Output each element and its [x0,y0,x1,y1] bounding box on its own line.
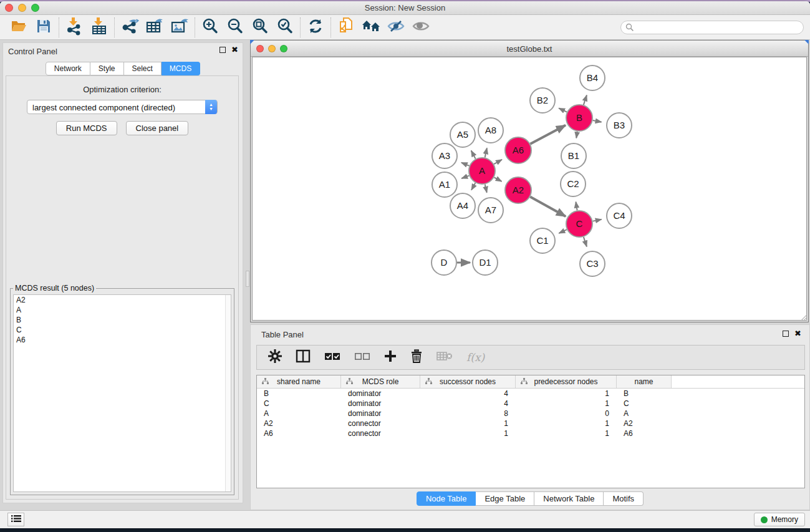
toggle-column-panel-button[interactable] [296,349,311,366]
graph-edge[interactable] [485,148,487,157]
run-mcds-button[interactable]: Run MCDS [56,121,117,135]
graph-node-B4[interactable]: B4 [580,65,605,90]
column-header-predecessor-nodes[interactable]: predecessor nodes [516,375,617,388]
deselect-all-columns-button[interactable] [354,349,370,366]
home-layout-button[interactable] [359,17,383,37]
close-panel-button[interactable]: Close panel [126,121,189,135]
import-table-button[interactable] [87,17,112,37]
search-input[interactable] [620,21,804,34]
criterion-dropdown[interactable]: largest connected component (directed) ▲… [27,100,218,114]
graph-edge[interactable] [494,177,501,181]
graph-edge[interactable] [576,132,577,138]
graph-edge[interactable] [593,120,602,122]
hide-panels-button[interactable] [383,17,408,37]
function-builder-button[interactable]: f(x) [466,349,485,366]
resize-grip[interactable] [798,312,807,321]
tab-network[interactable]: Network [46,62,90,75]
graph-node-A1[interactable]: A1 [432,172,457,197]
task-history-button[interactable] [7,513,24,526]
list-item[interactable]: A2 [14,295,231,305]
show-panel-button[interactable] [408,17,433,37]
tab-network-table[interactable]: Network Table [534,491,604,506]
graph-node-C1[interactable]: C1 [530,228,555,253]
graph-node-B1[interactable]: B1 [561,143,586,168]
graph-node-A2[interactable]: A2 [505,177,531,203]
column-header-mcds-role[interactable]: MCDS role [341,375,420,388]
graph-edge[interactable] [576,202,577,211]
graph-node-C4[interactable]: C4 [607,203,632,228]
create-column-button[interactable] [384,349,397,366]
table-row[interactable]: B dominator 4 1 B [257,389,804,399]
zoom-out-button[interactable] [223,17,248,37]
float-panel-icon[interactable] [219,47,226,53]
delete-column-button[interactable] [410,349,423,366]
panel-splitter[interactable] [246,271,249,287]
column-header-successor-nodes[interactable]: successor nodes [420,375,516,388]
scrollbar[interactable] [225,295,231,491]
graph-node-B3[interactable]: B3 [607,113,632,138]
tab-style[interactable]: Style [90,62,124,75]
new-network-from-selection-button[interactable] [334,17,359,37]
graph-edge[interactable] [461,176,469,178]
graph-node-D1[interactable]: D1 [473,250,498,275]
export-network-button[interactable] [117,17,142,37]
column-header-name[interactable]: name [617,375,672,388]
list-item[interactable]: A [14,305,231,315]
zoom-in-button[interactable] [198,17,223,37]
graph-node-A3[interactable]: A3 [432,143,457,168]
zoom-fit-button[interactable] [248,17,272,37]
import-network-button[interactable] [62,17,87,37]
close-panel-icon[interactable]: ✖ [231,46,238,54]
close-panel-icon[interactable]: ✖ [794,330,801,337]
graph-edge[interactable] [494,160,502,164]
graph-node-D[interactable]: D [432,250,456,275]
zoom-selected-button[interactable] [272,17,297,37]
graph-node-C[interactable]: C [566,211,592,237]
list-item[interactable]: A6 [14,335,231,345]
tab-motifs[interactable]: Motifs [604,491,644,506]
graph-edge[interactable] [593,220,602,221]
delete-table-button[interactable] [436,349,453,366]
list-item[interactable]: B [14,315,231,325]
graph-edge[interactable] [530,197,566,216]
tab-select[interactable]: Select [124,62,162,75]
graph-edge[interactable] [584,95,587,105]
titlebar[interactable]: Session: New Session [0,1,810,15]
table-row[interactable]: A dominator 8 0 A [257,409,804,418]
table-row[interactable]: A6 connector 1 1 A6 [257,428,804,438]
graph-edge[interactable] [559,108,567,112]
tab-mcds[interactable]: MCDS [162,62,200,75]
table-row[interactable]: C dominator 4 1 C [257,399,804,409]
graph-edge[interactable] [584,237,587,247]
node-table[interactable]: shared name MCDS role successor nodes pr… [256,375,805,488]
graph-node-C2[interactable]: C2 [561,172,586,196]
graph-node-A5[interactable]: A5 [450,122,475,147]
list-item[interactable]: C [14,325,231,335]
tab-edge-table[interactable]: Edge Table [476,491,534,506]
network-canvas[interactable]: B4B2BB3A5A8A6A3B1AA1C2A2A4A7C4CC1C3DD1 [252,57,807,321]
mcds-result-list[interactable]: A2 A B C A6 [13,294,231,492]
table-row[interactable]: A2 connector 1 1 A2 [257,418,804,428]
table-settings-button[interactable] [268,349,282,366]
refresh-button[interactable] [303,17,328,37]
column-header-shared-name[interactable]: shared name [257,375,341,388]
graph-node-A6[interactable]: A6 [505,137,531,163]
save-session-button[interactable] [31,17,56,37]
graph-edge[interactable] [530,125,565,144]
graph-node-A[interactable]: A [469,158,495,184]
graph-node-A4[interactable]: A4 [450,193,475,218]
graph-edge[interactable] [485,184,487,192]
memory-button[interactable]: Memory [754,513,805,526]
graph-edge[interactable] [461,163,470,166]
graph-edge[interactable] [471,151,476,159]
graph-node-B[interactable]: B [566,105,592,131]
select-all-columns-button[interactable] [324,349,340,366]
open-session-button[interactable] [6,17,31,37]
graph-node-C3[interactable]: C3 [580,251,605,276]
tab-node-table[interactable]: Node Table [417,491,476,506]
export-table-button[interactable] [142,17,167,37]
graph-node-A8[interactable]: A8 [478,118,503,143]
float-panel-icon[interactable] [783,331,789,337]
graph-node-A7[interactable]: A7 [478,198,503,223]
graph-edge[interactable] [559,230,567,233]
